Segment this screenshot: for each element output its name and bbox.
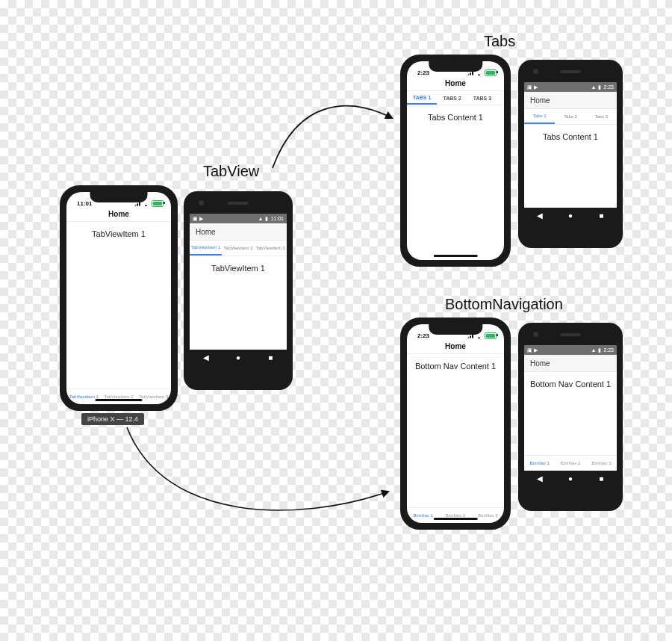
status-left: ▣ ▶ bbox=[527, 84, 538, 90]
home-indicator bbox=[434, 518, 478, 520]
section-label-bottomnav: BottomNavigation bbox=[445, 296, 563, 313]
android-statusbar: ▣ ▶ ▲▮2:23 bbox=[524, 82, 617, 92]
recent-button[interactable]: ■ bbox=[266, 353, 275, 362]
notch bbox=[90, 192, 148, 202]
android-bottomnav: ▣ ▶ ▲▮2:23 Home Bottom Nav Content 1 Btm… bbox=[518, 323, 623, 511]
tab-item-2[interactable]: TABS 2 bbox=[437, 91, 467, 105]
bottomnav-ios-tabs: BtmNav 1 BtmNav 2 BtmNav 3 bbox=[407, 507, 504, 523]
tabs-android-tabs: Tabs 1 Tabs 2 Tabs 3 bbox=[524, 109, 617, 125]
arrow-to-tabs bbox=[273, 106, 392, 168]
tabview-android-tabs: TabViewItem 1 TabViewItem 2 TabViewItem … bbox=[190, 241, 287, 256]
ios-time: 2:23 bbox=[417, 332, 429, 339]
tab-item-3[interactable]: TabViewItem 3 bbox=[136, 389, 171, 404]
back-button[interactable]: ◀ bbox=[535, 474, 544, 483]
front-camera bbox=[533, 69, 538, 74]
arrow-to-bottomnav bbox=[127, 427, 388, 510]
home-button[interactable]: ● bbox=[566, 474, 575, 483]
front-camera bbox=[533, 332, 538, 337]
iphone-bottomnav: 2:23 Home Bottom Nav Content 1 BtmNav 1 … bbox=[400, 318, 511, 530]
tab-item-1[interactable]: BtmNav 1 bbox=[407, 508, 439, 523]
tab-item-3[interactable]: BtmNav 3 bbox=[586, 456, 617, 471]
android-navbar: ◀ ● ■ bbox=[190, 350, 287, 365]
back-button[interactable]: ◀ bbox=[535, 211, 544, 220]
home-indicator bbox=[96, 399, 143, 401]
tabs-content: Tabs Content 1 bbox=[524, 125, 617, 208]
tabs-content: Tabs Content 1 bbox=[407, 105, 504, 260]
recent-button[interactable]: ■ bbox=[597, 474, 606, 483]
tab-item-1[interactable]: BtmNav 1 bbox=[524, 456, 555, 471]
tab-item-1[interactable]: TabViewItem 1 bbox=[66, 389, 102, 404]
tab-item-2[interactable]: Tabs 2 bbox=[555, 109, 585, 124]
signal-icon: ▲ bbox=[591, 347, 596, 353]
home-indicator bbox=[434, 255, 478, 257]
tabs-ios-tabs: TABS 1 TABS 2 TABS 3 bbox=[407, 91, 504, 105]
appbar: Home bbox=[524, 92, 617, 109]
android-time: 2:23 bbox=[603, 84, 614, 90]
android-tabs: ▣ ▶ ▲▮2:23 Home Tabs 1 Tabs 2 Tabs 3 Tab… bbox=[518, 60, 623, 248]
iphone-tabview: 11:01 Home TabViewItem 1 TabViewItem 1 T… bbox=[60, 185, 178, 411]
front-camera bbox=[199, 200, 204, 205]
wifi-icon bbox=[143, 201, 149, 206]
ios-time: 11:01 bbox=[77, 200, 92, 207]
battery-icon: ▮ bbox=[265, 216, 268, 222]
tab-item-3[interactable]: Tabs 3 bbox=[586, 109, 617, 124]
android-statusbar: ▣ ▶ ▲▮2:23 bbox=[524, 345, 617, 355]
section-label-tabview: TabView bbox=[203, 163, 259, 180]
nav-title: Home bbox=[66, 207, 171, 222]
tabview-content: TabViewItem 1 bbox=[66, 222, 171, 388]
battery-icon bbox=[485, 69, 497, 76]
earpiece bbox=[560, 70, 581, 73]
bottomnav-content: Bottom Nav Content 1 bbox=[407, 354, 504, 507]
tab-item-2[interactable]: TabViewItem 2 bbox=[102, 389, 137, 404]
tab-item-2[interactable]: BtmNav 2 bbox=[439, 508, 471, 523]
battery-icon: ▮ bbox=[598, 347, 601, 353]
android-tabview: ▣ ▶ ▲▮11:01 Home TabViewItem 1 TabViewIt… bbox=[184, 191, 293, 390]
tab-item-3[interactable]: BtmNav 3 bbox=[472, 508, 504, 523]
back-button[interactable]: ◀ bbox=[202, 353, 211, 362]
bottomnav-content: Bottom Nav Content 1 bbox=[524, 372, 617, 455]
iphone-tabs: 2:23 Home TABS 1 TABS 2 TABS 3 Tabs Cont… bbox=[400, 55, 511, 267]
nav-title: Home bbox=[407, 339, 504, 354]
tabview-content: TabViewItem 1 bbox=[190, 256, 287, 350]
recent-button[interactable]: ■ bbox=[597, 211, 606, 220]
home-button[interactable]: ● bbox=[566, 211, 575, 220]
battery-icon: ▮ bbox=[598, 84, 601, 90]
device-label-iphone: iPhone X — 12.4 bbox=[81, 413, 144, 425]
android-navbar: ◀ ● ■ bbox=[524, 208, 617, 223]
tab-item-1[interactable]: Tabs 1 bbox=[524, 109, 555, 124]
earpiece bbox=[228, 202, 249, 205]
tab-item-3[interactable]: TabViewItem 3 bbox=[255, 241, 287, 256]
android-statusbar: ▣ ▶ ▲▮11:01 bbox=[190, 214, 287, 223]
tab-item-2[interactable]: BtmNav 2 bbox=[555, 456, 585, 471]
signal-icon: ▲ bbox=[591, 84, 596, 90]
android-time: 11:01 bbox=[270, 216, 284, 221]
tab-item-2[interactable]: TabViewItem 2 bbox=[222, 241, 254, 256]
bottomnav-android-tabs: BtmNav 1 BtmNav 2 BtmNav 3 bbox=[524, 455, 617, 471]
status-left: ▣ ▶ bbox=[193, 216, 203, 222]
section-label-tabs: Tabs bbox=[484, 33, 515, 50]
ios-time: 2:23 bbox=[417, 69, 429, 76]
battery-icon bbox=[485, 332, 497, 339]
earpiece bbox=[560, 333, 581, 336]
status-left: ▣ ▶ bbox=[527, 347, 538, 353]
tab-item-1[interactable]: TABS 1 bbox=[407, 91, 437, 105]
home-button[interactable]: ● bbox=[234, 353, 243, 362]
tabview-ios-tabs: TabViewItem 1 TabViewItem 2 TabViewItem … bbox=[66, 388, 171, 404]
signal-icon: ▲ bbox=[258, 216, 264, 221]
tab-item-1[interactable]: TabViewItem 1 bbox=[190, 241, 222, 256]
tab-item-3[interactable]: TABS 3 bbox=[467, 91, 497, 105]
battery-icon bbox=[152, 200, 164, 207]
android-time: 2:23 bbox=[603, 347, 614, 353]
notch bbox=[429, 324, 482, 335]
appbar: Home bbox=[524, 355, 617, 372]
appbar: Home bbox=[190, 223, 287, 241]
notch bbox=[429, 61, 482, 72]
nav-title: Home bbox=[407, 76, 504, 91]
android-navbar: ◀ ● ■ bbox=[524, 471, 617, 486]
